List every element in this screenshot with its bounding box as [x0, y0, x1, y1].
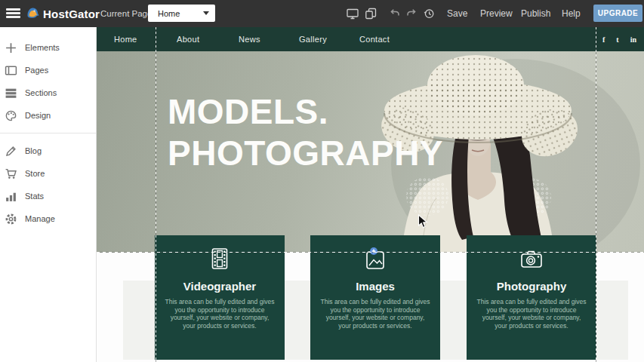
sidebar-item-blog[interactable]: Blog: [0, 140, 96, 162]
site-editor-canvas: Home About News Gallery Contact f t in: [97, 27, 644, 362]
brand-name: HostGator: [43, 8, 100, 20]
gator-mascot-icon: [25, 5, 41, 23]
hero-heading-line1: MODELS.: [168, 91, 443, 133]
sections-icon: [5, 87, 17, 100]
card-title[interactable]: Photography: [467, 280, 596, 293]
site-nav-contact[interactable]: Contact: [359, 27, 390, 51]
linkedin-icon[interactable]: in: [630, 35, 636, 44]
card-description[interactable]: This area can be fully edited and gives …: [164, 298, 276, 330]
bar-chart-icon: [5, 190, 17, 203]
site-nav-home[interactable]: Home: [114, 27, 137, 51]
sidebar-item-store[interactable]: Store: [0, 162, 96, 185]
sidebar-divider: [0, 133, 96, 133]
sidebar-item-manage[interactable]: Manage: [0, 207, 96, 230]
site-nav-about[interactable]: About: [177, 27, 199, 51]
sidebar-item-sections[interactable]: Sections: [0, 81, 96, 104]
page-select-dropdown[interactable]: Home: [148, 5, 215, 22]
redo-icon[interactable]: [405, 8, 418, 20]
sidebar-item-design[interactable]: Design: [0, 104, 96, 127]
hero-heading-line2: PHOTOGRAPHY: [168, 133, 443, 174]
current-page-label: Current Page:: [100, 0, 155, 27]
hostgator-logo: HostGator: [25, 5, 100, 23]
hero-heading[interactable]: MODELS. PHOTOGRAPHY: [168, 91, 443, 174]
social-links: f t in: [602, 27, 636, 51]
cart-icon: [5, 167, 17, 180]
site-nav-gallery[interactable]: Gallery: [299, 27, 327, 51]
image-add-icon[interactable]: [310, 247, 440, 274]
app-toolbar: HostGator Current Page: Home Save Previe…: [0, 0, 644, 27]
card-title[interactable]: Images: [310, 280, 440, 293]
palette-icon: [5, 109, 17, 122]
sidebar-item-pages[interactable]: Pages: [0, 59, 96, 81]
hero-section[interactable]: MODELS. PHOTOGRAPHY: [97, 51, 644, 253]
preview-button[interactable]: Preview: [480, 0, 513, 27]
site-nav-news[interactable]: News: [239, 27, 260, 51]
mobile-preview-icon[interactable]: [365, 8, 377, 20]
site-navbar: Home About News Gallery Contact f t in: [97, 27, 644, 51]
chevron-down-icon: [203, 11, 209, 15]
sidebar-item-elements[interactable]: Elements: [0, 36, 96, 59]
card-images[interactable]: Images This area can be fully edited and…: [310, 235, 440, 360]
desktop-preview-icon[interactable]: [347, 8, 359, 20]
editor-sidebar: Elements Pages Sections Design Blog: [0, 27, 97, 362]
twitter-icon[interactable]: t: [616, 35, 618, 44]
film-strip-icon[interactable]: [155, 247, 285, 274]
camera-icon[interactable]: [467, 247, 596, 274]
plus-icon: [5, 41, 17, 54]
card-title[interactable]: Videographer: [155, 280, 285, 293]
undo-icon[interactable]: [389, 8, 401, 20]
upgrade-button[interactable]: UPGRADE: [593, 5, 642, 22]
card-description[interactable]: This area can be fully edited and gives …: [319, 298, 431, 330]
page-select-value: Home: [148, 9, 203, 18]
help-button[interactable]: Help: [562, 0, 581, 27]
save-button[interactable]: Save: [447, 0, 467, 27]
publish-button[interactable]: Publish: [521, 0, 550, 27]
card-description[interactable]: This area can be fully edited and gives …: [476, 298, 587, 330]
facebook-icon[interactable]: f: [602, 35, 605, 44]
hostgator-builder-window: HostGator Current Page: Home Save Previe…: [0, 0, 644, 362]
card-videographer[interactable]: Videographer This area can be fully edit…: [155, 235, 285, 360]
hamburger-menu-icon[interactable]: [6, 8, 20, 19]
card-photography[interactable]: Photography This area can be fully edite…: [467, 235, 596, 360]
sidebar-item-stats[interactable]: Stats: [0, 185, 96, 207]
history-icon[interactable]: [423, 8, 435, 20]
pencil-icon: [5, 145, 17, 158]
page-icon: [5, 64, 17, 77]
gear-icon: [5, 213, 17, 225]
